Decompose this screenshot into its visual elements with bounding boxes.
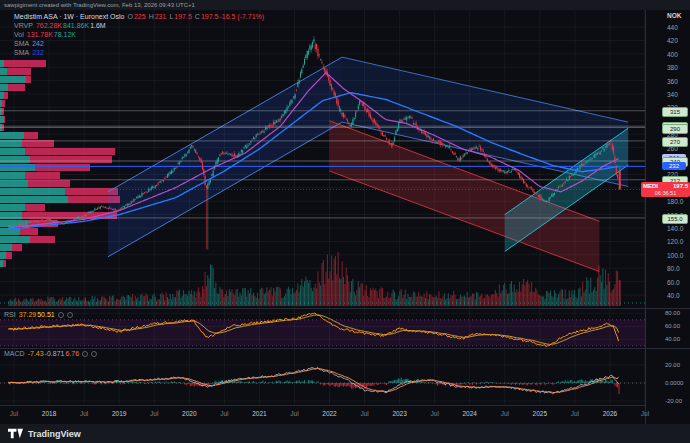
time-tick-label: 2020 [182,410,196,417]
macd-tick-label: -20.00 [665,398,682,404]
ohlc-label: H [149,13,154,20]
level-badge-155.0: 155.0 [662,214,688,224]
macd-value: -7.43 [28,350,44,357]
macd-value: 6.76 [65,350,79,357]
price-tick-label: 120.0 [667,238,683,245]
price-tick-label: 360 [667,78,678,85]
price-tick-label: 60.0 [667,279,680,286]
level-badge-232: 232 [662,162,686,170]
time-tick-label: 2025 [533,410,547,417]
ohlc-value: 197.5 [174,13,192,20]
indicator-legend-rows: VRVP762.28K841.86K1.6MVol131.78K78.12KSM… [14,21,264,57]
time-tick-label: 2018 [42,410,56,417]
symbol-legend-row[interactable]: Medistim ASA · 1W · Euronext OsloO225H23… [14,12,264,21]
indicator-value: 131.78K [27,31,53,38]
macd-pane [0,367,645,394]
time-tick-label: Jul [80,410,88,417]
rsi-tick-label: 40.00 [665,336,680,342]
tradingview-brand-link[interactable]: TradingView [28,429,81,439]
legend-row-sma-3[interactable]: SMA232 [14,48,264,57]
price-tick-label: 80.0 [667,265,680,272]
price-scale[interactable]: NOK440420400380360340320280260220180.016… [645,10,690,424]
indicator-value: 78.12K [54,31,76,38]
ohlc-value: 231 [155,13,167,20]
rsi-name: RSI [4,311,16,318]
ohlc-values: O225H231L197.5C197.5-16.5 (-7.71%) [124,13,264,20]
macd-tick-label: 20.00 [665,362,680,368]
volume-bars [8,252,620,306]
attribution-text: sawpigiment created with TradingView.com… [4,2,195,8]
time-tick-label: 2019 [112,410,126,417]
legend-row-vol-1[interactable]: Vol131.78K78.12K [14,30,264,39]
ohlc-label: O [127,13,132,20]
rising-blue-channel [108,57,342,257]
symbol-title[interactable]: Medistim ASA · 1W · Euronext Oslo [14,13,124,20]
change-value: -16.5 (-7.71%) [219,13,264,20]
macd-name: MACD [4,350,25,357]
legend-row-sma-2[interactable]: SMA242 [14,39,264,48]
rsi-tick-label: 60.00 [665,323,680,329]
level-badge-290: 290 [662,124,688,134]
macd-value: -0.871 [45,350,65,357]
last-candle [619,171,621,189]
time-tick-label: Jul [220,410,228,417]
indicator-value: 242 [32,40,44,47]
bar-countdown: 06:36:51 [655,190,676,196]
current-price-value: 197.5 [673,182,688,190]
time-tick-label: Jul [641,410,649,417]
rsi-eye-icon[interactable] [58,312,64,318]
level-badge-315: 315 [662,107,688,117]
macd-tick-label: 0.0000 [665,380,683,386]
price-tick-label: 420 [667,37,678,44]
time-tick-label: 2023 [392,410,406,417]
price-tick-label: 380 [667,64,678,71]
price-tick-label: 440 [667,24,678,31]
macd-pane-legend[interactable]: MACD-7.43-0.8716.76 [4,350,97,357]
macd-eye-icon[interactable] [82,351,88,357]
price-tick-label: 400 [667,51,678,58]
main-pane [0,36,645,306]
volume-profile [0,60,120,267]
ohlc-label: C [195,13,200,20]
time-tick-label: Jul [290,410,298,417]
time-tick-label: 2021 [252,410,266,417]
tradingview-logo-icon[interactable] [8,428,23,439]
currency-label: NOK [667,12,681,19]
time-tick-label: 2026 [603,410,617,417]
rsi-value: 50.51 [37,311,55,318]
indicator-name: Vol [14,31,24,38]
indicator-value: 762.28K [36,22,62,29]
time-tick-label: 2022 [322,410,336,417]
rsi-pane-legend[interactable]: RSI37.2950.51 [4,311,73,318]
time-tick-label: Jul [501,410,509,417]
time-tick-label: Jul [431,410,439,417]
rsi-more-icon[interactable] [67,312,73,318]
price-tick-label: 340 [667,91,678,98]
indicator-name: SMA [14,49,29,56]
time-tick-label: Jul [571,410,579,417]
price-tick-label: 180.0 [667,198,683,205]
price-tick-label: 140.0 [667,225,683,232]
rsi-value: 37.29 [19,311,37,318]
indicator-name: VRVP [14,22,33,29]
rsi-tick-label: 80.00 [665,310,680,316]
attribution-bar: sawpigiment created with TradingView.com… [0,0,690,10]
legend-row-vrvp-0[interactable]: VRVP762.28K841.86K1.6M [14,21,264,30]
footer-bar: TradingView [0,424,690,443]
time-axis[interactable]: Jul2018Jul2019Jul2020Jul2021Jul2022Jul20… [0,405,645,425]
price-tick-label: 40.0 [667,292,680,299]
chart-legend: Medistim ASA · 1W · Euronext OsloO225H23… [14,12,264,57]
time-tick-label: Jul [10,410,18,417]
time-tick-label: Jul [150,410,158,417]
macd-histogram [8,378,619,394]
level-badge-270: 270 [662,137,688,147]
ohlc-label: L [169,13,173,20]
ohlc-value: 197.5 [201,13,219,20]
tradingview-chart-window: sawpigiment created with TradingView.com… [0,0,690,443]
ohlc-value: 225 [134,13,146,20]
time-tick-label: Jul [360,410,368,417]
price-chart-svg[interactable] [0,0,690,425]
price-tick-label: 100.0 [667,252,683,259]
macd-more-icon[interactable] [91,351,97,357]
time-tick-label: 2024 [462,410,476,417]
